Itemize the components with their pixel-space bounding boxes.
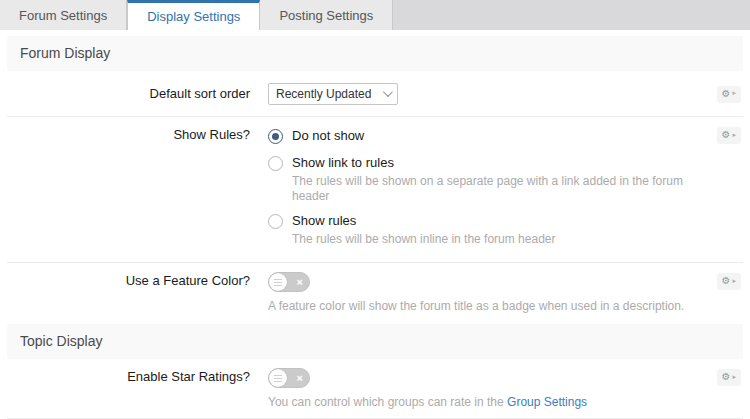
star-ratings-label: Enable Star Ratings? (7, 359, 250, 386)
default-sort-order-value: Recently Updated (276, 87, 371, 101)
toggle-handle[interactable] (269, 273, 287, 291)
star-ratings-toggle[interactable]: × (268, 368, 310, 388)
section-header-topic-display: Topic Display (7, 324, 743, 359)
chevron-right-icon: ▸ (732, 132, 736, 139)
default-sort-order-select[interactable]: Recently Updated (268, 83, 398, 105)
gear-icon: ⚙ (722, 276, 731, 286)
field-row-star-ratings: Enable Star Ratings? × You can control w… (7, 359, 743, 419)
star-ratings-options-button[interactable]: ⚙ ▸ (717, 369, 741, 386)
gear-icon: ⚙ (722, 372, 731, 382)
feature-color-description: A feature color will show the forum titl… (268, 299, 707, 314)
x-icon: × (297, 373, 303, 384)
field-row-default-sort-order: Default sort order Recently Updated ⚙ ▸ (7, 71, 743, 117)
radio-option-description: The rules will be shown on a separate pa… (292, 174, 707, 204)
chevron-right-icon: ▸ (732, 374, 736, 381)
field-row-show-rules: Show Rules? Do not show Show link to rul… (7, 117, 743, 263)
gear-icon: ⚙ (722, 130, 731, 140)
tab-display-settings[interactable]: Display Settings (127, 0, 260, 30)
settings-panel: Forum Display Default sort order Recentl… (7, 36, 743, 419)
feature-color-options-button[interactable]: ⚙ ▸ (717, 273, 741, 290)
toggle-handle[interactable] (269, 369, 287, 387)
gear-icon: ⚙ (722, 89, 731, 99)
radio-option-label[interactable]: Show link to rules (292, 153, 394, 173)
show-rules-options-button[interactable]: ⚙ ▸ (717, 127, 741, 144)
feature-color-toggle[interactable]: × (268, 272, 310, 292)
radio-option-label[interactable]: Show rules (292, 211, 356, 231)
radio-option-show-rules[interactable]: Show rules The rules will be shown inlin… (268, 211, 707, 247)
tab-forum-settings[interactable]: Forum Settings (0, 0, 127, 30)
grip-icon (274, 375, 282, 382)
default-sort-order-label: Default sort order (7, 85, 250, 103)
field-row-feature-color: Use a Feature Color? × A feature color w… (7, 263, 743, 322)
show-rules-label: Show Rules? (7, 117, 250, 144)
tab-bar: Forum Settings Display Settings Posting … (0, 0, 750, 30)
star-ratings-description-text: You can control which groups can rate in… (268, 395, 507, 409)
section-header-forum-display: Forum Display (7, 36, 743, 71)
star-ratings-description: You can control which groups can rate in… (268, 395, 707, 410)
grip-icon (274, 279, 282, 286)
group-settings-link[interactable]: Group Settings (507, 395, 587, 409)
radio-button-icon[interactable] (268, 156, 283, 171)
default-sort-order-options-button[interactable]: ⚙ ▸ (717, 86, 741, 103)
radio-button-icon[interactable] (268, 214, 283, 229)
radio-option-label[interactable]: Do not show (292, 126, 364, 146)
chevron-right-icon: ▸ (732, 90, 736, 97)
radio-option-do-not-show[interactable]: Do not show (268, 126, 707, 146)
radio-button-icon[interactable] (268, 129, 283, 144)
chevron-right-icon: ▸ (732, 278, 736, 285)
radio-option-show-link-to-rules[interactable]: Show link to rules The rules will be sho… (268, 153, 707, 204)
chevron-down-icon (383, 87, 393, 97)
radio-option-description: The rules will be shown inline in the fo… (292, 232, 707, 247)
feature-color-label: Use a Feature Color? (7, 263, 250, 290)
x-icon: × (297, 277, 303, 288)
tab-posting-settings[interactable]: Posting Settings (260, 0, 393, 30)
